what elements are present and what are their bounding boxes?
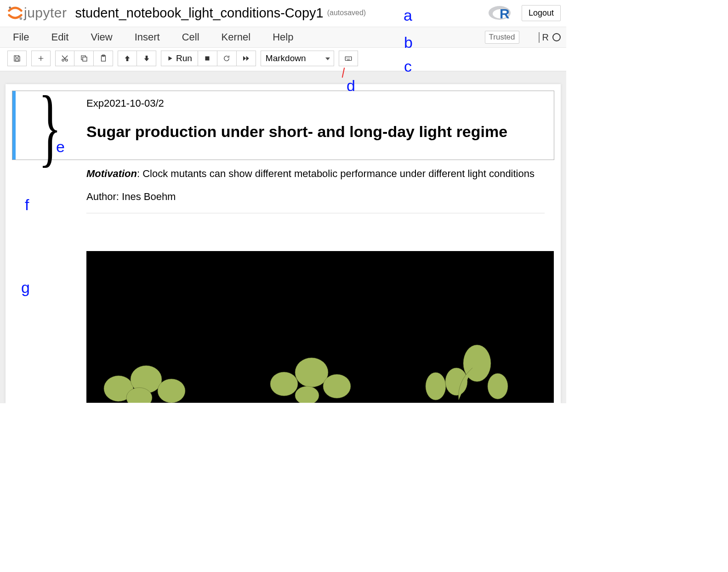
- command-palette-button[interactable]: [339, 51, 358, 66]
- keyboard-icon: [344, 54, 353, 63]
- jupyter-icon: [6, 4, 24, 22]
- paste-icon: [99, 54, 108, 63]
- cell-markdown-image[interactable]: [12, 223, 554, 403]
- restart-icon: [222, 54, 231, 63]
- divider: [86, 213, 545, 213]
- move-up-button[interactable]: [118, 51, 137, 66]
- paste-button[interactable]: [94, 51, 113, 66]
- move-down-button[interactable]: [137, 51, 156, 66]
- svg-point-18: [295, 358, 328, 387]
- restart-run-all-button[interactable]: [237, 51, 256, 66]
- brace-icon: }: [39, 94, 62, 160]
- run-label: Run: [176, 53, 192, 63]
- menu-help[interactable]: Help: [273, 31, 293, 43]
- motivation-label: Motivation: [86, 168, 137, 179]
- cell-selection-bar: [12, 91, 16, 160]
- plus-icon: [37, 54, 45, 63]
- notebook-name[interactable]: student_notebook_light_conditions-Copy1: [75, 6, 324, 21]
- arabidopsis-image: [86, 251, 554, 403]
- copy-button[interactable]: [74, 51, 94, 66]
- notebook-title: Sugar production under short- and long-d…: [86, 122, 545, 141]
- svg-point-15: [158, 379, 185, 403]
- svg-rect-11: [205, 57, 210, 61]
- save-icon: [13, 54, 21, 63]
- save-button[interactable]: [7, 51, 27, 66]
- toolbar: Run Markdown: [0, 48, 566, 71]
- menu-cell[interactable]: Cell: [182, 31, 199, 43]
- svg-point-17: [270, 372, 298, 396]
- svg-rect-5: [16, 59, 18, 61]
- menu-view[interactable]: View: [91, 31, 112, 43]
- insert-cell-button[interactable]: [31, 51, 51, 66]
- menu-file[interactable]: File: [13, 31, 29, 43]
- svg-text:R: R: [500, 6, 510, 21]
- run-button[interactable]: Run: [161, 51, 198, 66]
- jupyter-logo-text: jupyter: [24, 5, 67, 21]
- author-text: Author: Ines Boehm: [86, 191, 545, 203]
- r-kernel-logo: R: [488, 3, 513, 23]
- copy-icon: [80, 54, 88, 63]
- work-area: } Exp2021-10-03/2 Sugar production under…: [0, 71, 566, 403]
- kernel-indicator: R: [539, 32, 561, 43]
- menu-edit[interactable]: Edit: [51, 31, 68, 43]
- menu-kernel[interactable]: Kernel: [222, 31, 251, 43]
- kernel-status-icon: [552, 33, 561, 41]
- arrow-down-icon: [142, 54, 151, 63]
- header: jupyter student_notebook_light_condition…: [0, 0, 566, 27]
- interrupt-button[interactable]: [198, 51, 217, 66]
- svg-point-1: [20, 17, 23, 20]
- svg-point-7: [66, 59, 68, 62]
- menubar: File Edit View Insert Cell Kernel Help T…: [0, 27, 566, 48]
- svg-point-19: [323, 374, 351, 398]
- svg-rect-8: [83, 57, 87, 61]
- restart-button[interactable]: [217, 51, 237, 66]
- menu-insert[interactable]: Insert: [135, 31, 160, 43]
- experiment-id: Exp2021-10-03/2: [86, 97, 545, 109]
- cell-prompt: }: [16, 91, 85, 160]
- celltype-value: Markdown: [266, 53, 306, 63]
- celltype-dropdown[interactable]: Markdown: [261, 51, 334, 66]
- svg-point-20: [295, 386, 319, 403]
- svg-point-21: [426, 372, 446, 400]
- cell-markdown-motivation[interactable]: Motivation: Clock mutants can show diffe…: [12, 160, 554, 223]
- fast-forward-icon: [242, 54, 250, 63]
- cell-markdown-title[interactable]: } Exp2021-10-03/2 Sugar production under…: [12, 91, 554, 160]
- kernel-name: R: [539, 32, 549, 43]
- jupyter-logo[interactable]: jupyter: [6, 4, 67, 22]
- stop-icon: [203, 54, 211, 63]
- logout-button[interactable]: Logout: [522, 5, 561, 21]
- notebook-container: } Exp2021-10-03/2 Sugar production under…: [6, 84, 561, 403]
- autosaved-label: (autosaved): [327, 9, 366, 17]
- play-icon: [167, 55, 173, 62]
- cut-button[interactable]: [55, 51, 74, 66]
- trusted-indicator[interactable]: Trusted: [485, 31, 519, 44]
- scissors-icon: [61, 54, 69, 63]
- arrow-up-icon: [123, 54, 131, 63]
- svg-point-6: [62, 59, 64, 62]
- motivation-text: Motivation: Clock mutants can show diffe…: [86, 167, 545, 181]
- svg-point-24: [488, 373, 508, 399]
